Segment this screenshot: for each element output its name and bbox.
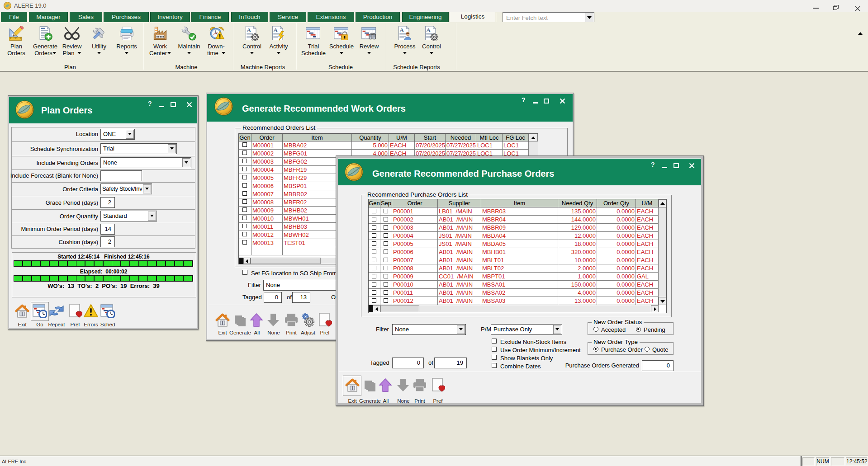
- svg-text:A: A: [399, 27, 404, 33]
- svg-text:A: A: [426, 27, 431, 33]
- svg-text:A: A: [273, 27, 278, 33]
- svg-text:A: A: [247, 27, 251, 33]
